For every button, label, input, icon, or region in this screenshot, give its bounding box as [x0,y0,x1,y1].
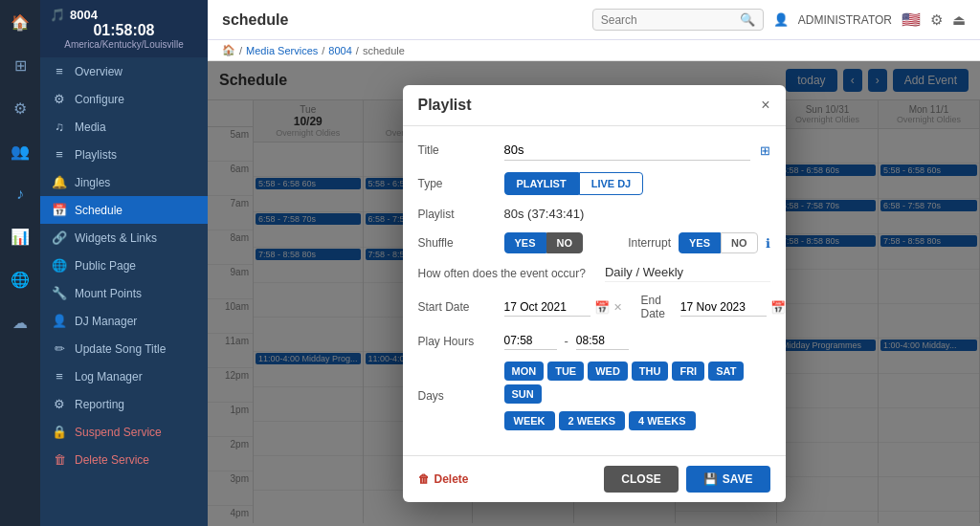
sidebar-users-icon[interactable]: 👥 [7,139,33,164]
shuffle-yes-button[interactable]: YES [504,232,546,253]
weeks-group: WEEK 2 WEEKS 4 WEEKS [504,411,770,430]
delete-button[interactable]: 🗑 Delete [418,472,469,486]
week-4-button[interactable]: 4 WEEKS [629,411,696,430]
week-2-button[interactable]: 2 WEEKS [559,411,626,430]
sidebar-item-configure[interactable]: ⚙ Configure [40,85,208,113]
sidebar-item-widgets[interactable]: 🔗 Widgets & Links [40,224,208,252]
sidebar-globe-icon[interactable]: 🌐 [7,267,33,293]
day-wed-button[interactable]: WED [588,362,628,381]
day-sat-button[interactable]: SAT [708,362,744,381]
mount-icon: 🔧 [52,286,67,300]
start-date-clear-icon[interactable]: ✕ [613,301,622,314]
play-hours-label: Play Hours [418,335,495,348]
modal-close-button[interactable]: × [761,97,769,114]
station-name-label: 🎵 8004 [50,8,198,22]
admin-label: ADMINISTRATOR [798,13,892,27]
search-box[interactable]: 🔍 [592,9,764,31]
end-date-calendar-icon[interactable]: 📅 [770,300,786,315]
admin-icon: 👤 [773,12,789,27]
breadcrumb-8004[interactable]: 8004 [328,45,351,56]
days-label: Days [418,389,495,403]
sidebar-item-delete-service[interactable]: 🗑 Delete Service [40,446,208,473]
search-input[interactable] [601,13,735,27]
modal-title: Playlist [418,97,472,114]
logout-icon[interactable]: ⏏ [952,11,966,29]
sidebar-item-overview[interactable]: ≡ Overview [40,57,208,85]
title-label: Title [418,143,495,157]
interrupt-yes-button[interactable]: YES [679,232,721,253]
sidebar-item-jingles[interactable]: 🔔 Jingles [40,168,208,196]
day-thu-button[interactable]: THU [632,362,669,381]
play-hours-start-input[interactable] [504,332,557,350]
type-row: Type PLAYLIST LIVE DJ [418,172,770,195]
day-sun-button[interactable]: SUN [504,384,542,404]
days-group: MON TUE WED THU FRI SAT SUN [504,362,770,404]
sidebar-item-mount-points[interactable]: 🔧 Mount Points [40,279,208,307]
sidebar-home-icon[interactable]: 🏠 [7,10,33,35]
type-label: Type [418,177,495,190]
station-time: 01:58:08 [50,22,198,39]
save-icon: 💾 [703,472,718,486]
type-playlist-button[interactable]: PLAYLIST [504,172,579,195]
type-control: PLAYLIST LIVE DJ [504,172,770,195]
day-tue-button[interactable]: TUE [547,362,584,381]
sidebar-item-suspend[interactable]: 🔒 Suspend Service [40,418,208,446]
settings-icon[interactable]: ⚙ [930,11,943,29]
title-input[interactable] [504,140,750,161]
start-date-input[interactable] [504,298,590,317]
log-icon: ≡ [52,369,67,384]
breadcrumb-media-services[interactable]: Media Services [246,45,318,56]
dj-icon: 👤 [52,314,67,328]
schedule-wrapper: Schedule today ‹ › Add Event 5am 6am 7am… [208,61,980,526]
icon-sidebar: 🏠 ⊞ ⚙ 👥 ♪ 📊 🌐 ☁ [0,0,40,526]
sidebar-settings-icon[interactable]: ⚙ [10,96,31,121]
shuffle-no-button[interactable]: NO [546,232,584,253]
day-fri-button[interactable]: FRI [672,362,704,381]
playlist-label: Playlist [418,208,495,221]
start-date-calendar-icon[interactable]: 📅 [594,300,610,315]
sidebar-item-media[interactable]: ♫ Media [40,113,208,141]
footer-buttons: CLOSE 💾 SAVE [604,466,769,493]
sidebar-item-schedule[interactable]: 📅 Schedule [40,196,208,224]
sidebar-item-playlists[interactable]: ≡ Playlists [40,141,208,168]
sidebar-item-dj-manager[interactable]: 👤 DJ Manager [40,307,208,335]
day-mon-button[interactable]: MON [504,362,545,381]
media-icon: ♫ [52,120,67,134]
type-livedj-button[interactable]: LIVE DJ [579,172,644,195]
end-date-input[interactable] [680,298,767,317]
overview-icon: ≡ [52,64,67,78]
end-date-label: End Date [641,294,665,320]
shuffle-label: Shuffle [418,236,495,250]
search-icon: 🔍 [740,12,755,27]
top-bar: schedule 🔍 👤 ADMINISTRATOR 🇺🇸 ⚙ ⏏ [208,0,980,40]
sidebar-item-update-song[interactable]: ✏ Update Song Title [40,335,208,362]
configure-icon: ⚙ [52,92,67,106]
sidebar-item-reporting[interactable]: ⚙ Reporting [40,390,208,418]
interrupt-no-button[interactable]: NO [721,232,758,253]
sidebar-item-public-page[interactable]: 🌐 Public Page [40,252,208,279]
playlists-icon: ≡ [52,147,67,162]
start-date-wrap: 📅 ✕ [504,298,622,317]
playlist-control: 80s (37:43:41) [504,207,770,221]
breadcrumb: 🏠 / Media Services / 8004 / schedule [208,40,980,61]
content-area: schedule 🔍 👤 ADMINISTRATOR 🇺🇸 ⚙ ⏏ 🏠 / Me… [208,0,980,526]
interrupt-group: YES NO [679,232,758,253]
sidebar-chart-icon[interactable]: 📊 [7,224,33,250]
interrupt-section: Interrupt YES NO ℹ [628,232,769,253]
sidebar-grid-icon[interactable]: ⊞ [11,53,31,78]
play-hours-end-input[interactable] [576,332,629,350]
main-sidebar: 🎵 8004 01:58:08 America/Kentucky/Louisvi… [40,0,208,526]
page-title: schedule [222,11,288,29]
sidebar-cloud-icon[interactable]: ☁ [9,310,32,336]
play-hours-row: Play Hours - [418,332,770,350]
info-icon[interactable]: ℹ [766,236,770,251]
sidebar-music-icon[interactable]: ♪ [12,182,28,207]
modal-header: Playlist × [403,85,786,126]
save-button[interactable]: 💾 SAVE [686,466,770,493]
close-button[interactable]: CLOSE [604,466,678,493]
sidebar-item-log-manager[interactable]: ≡ Log Manager [40,362,208,390]
jingles-icon: 🔔 [52,175,67,189]
modal-body: Title ⊞ Type PLAYLIST LIVE DJ [403,126,786,455]
week-1-button[interactable]: WEEK [504,411,555,430]
modal-overlay: Playlist × Title ⊞ [208,61,980,526]
